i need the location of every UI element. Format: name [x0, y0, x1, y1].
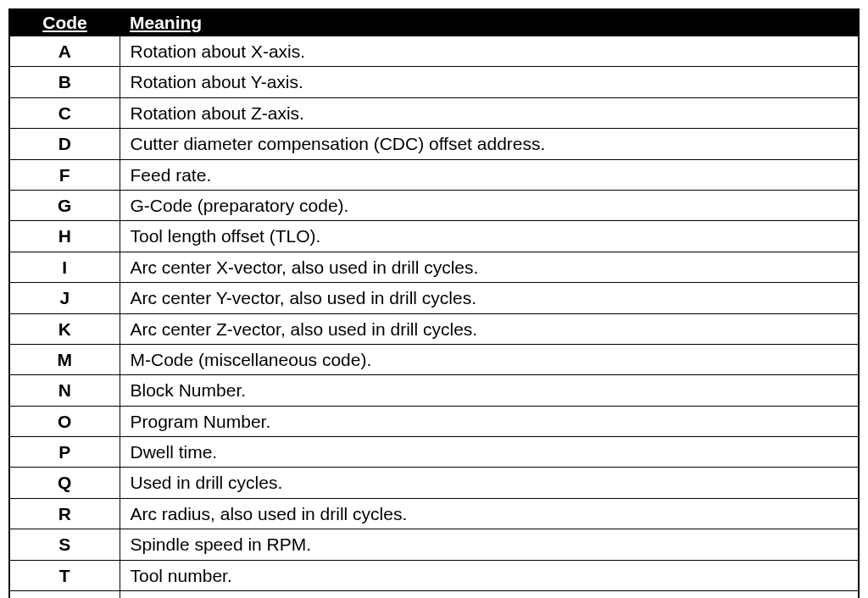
table-row: RArc radius, also used in drill cycles.: [9, 498, 859, 529]
meaning-cell: Block Number.: [120, 375, 859, 406]
code-cell: N: [9, 375, 120, 406]
code-cell: J: [9, 283, 120, 313]
table-row: OProgram Number.: [9, 406, 859, 436]
meaning-cell: Feed rate.: [120, 159, 859, 190]
code-cell: R: [9, 498, 120, 529]
code-reference-table: Code Meaning ARotation about X-axis.BRot…: [8, 8, 860, 598]
table-row: DCutter diameter compensation (CDC) offs…: [9, 129, 859, 159]
code-cell: I: [9, 252, 120, 282]
meaning-cell: Arc center Z-vector, also used in drill …: [120, 313, 859, 344]
code-cell: F: [9, 159, 120, 190]
code-cell: A: [9, 36, 120, 67]
code-cell: D: [9, 129, 120, 159]
code-cell: P: [9, 437, 120, 468]
meaning-cell: Arc center Y-vector, also used in drill …: [120, 283, 859, 313]
code-cell: G: [9, 190, 120, 220]
meaning-cell: Tool number.: [120, 560, 859, 590]
table-row: PDwell time.: [9, 437, 859, 468]
meaning-cell: M-Code (miscellaneous code).: [120, 344, 859, 374]
meaning-cell: Rotation about Z-axis.: [120, 97, 859, 128]
meaning-cell: Dwell time.: [120, 437, 859, 468]
table-header-row: Code Meaning: [9, 9, 859, 36]
table-row: BRotation about Y-axis.: [9, 67, 859, 97]
code-cell: M: [9, 344, 120, 374]
code-cell: T: [9, 560, 120, 590]
code-cell: K: [9, 313, 120, 344]
meaning-cell: Used in drill cycles.: [120, 468, 859, 498]
meaning-cell: Arc center X-vector, also used in drill …: [120, 252, 859, 282]
code-cell: B: [9, 67, 120, 97]
code-cell: C: [9, 97, 120, 128]
meaning-cell: Rotation about Y-axis.: [120, 67, 859, 97]
code-cell: X: [9, 591, 120, 598]
table-row: IArc center X-vector, also used in drill…: [9, 252, 859, 282]
table-row: FFeed rate.: [9, 159, 859, 190]
meaning-cell: Program Number.: [120, 406, 859, 436]
meaning-cell: Arc radius, also used in drill cycles.: [120, 498, 859, 529]
table-row: ARotation about X-axis.: [9, 36, 859, 67]
header-meaning: Meaning: [120, 9, 859, 36]
table-row: TTool number.: [9, 560, 859, 590]
table-row: KArc center Z-vector, also used in drill…: [9, 313, 859, 344]
meaning-cell: Tool length offset (TLO).: [120, 221, 859, 252]
table-row: MM-Code (miscellaneous code).: [9, 344, 859, 374]
table-row: XX-coordinate.: [9, 591, 859, 598]
table-row: JArc center Y-vector, also used in drill…: [9, 283, 859, 313]
code-cell: S: [9, 529, 120, 560]
table-row: NBlock Number.: [9, 375, 859, 406]
table-body: ARotation about X-axis.BRotation about Y…: [9, 36, 859, 599]
table-row: GG-Code (preparatory code).: [9, 190, 859, 220]
code-cell: O: [9, 406, 120, 436]
table-row: SSpindle speed in RPM.: [9, 529, 859, 560]
table-row: QUsed in drill cycles.: [9, 468, 859, 498]
meaning-cell: G-Code (preparatory code).: [120, 190, 859, 220]
meaning-cell: X-coordinate.: [120, 591, 859, 598]
table-row: HTool length offset (TLO).: [9, 221, 859, 252]
meaning-cell: Spindle speed in RPM.: [120, 529, 859, 560]
meaning-cell: Rotation about X-axis.: [120, 36, 859, 67]
meaning-cell: Cutter diameter compensation (CDC) offse…: [120, 129, 859, 159]
header-code: Code: [9, 9, 120, 36]
table-row: CRotation about Z-axis.: [9, 97, 859, 128]
code-cell: Q: [9, 468, 120, 498]
code-cell: H: [9, 221, 120, 252]
